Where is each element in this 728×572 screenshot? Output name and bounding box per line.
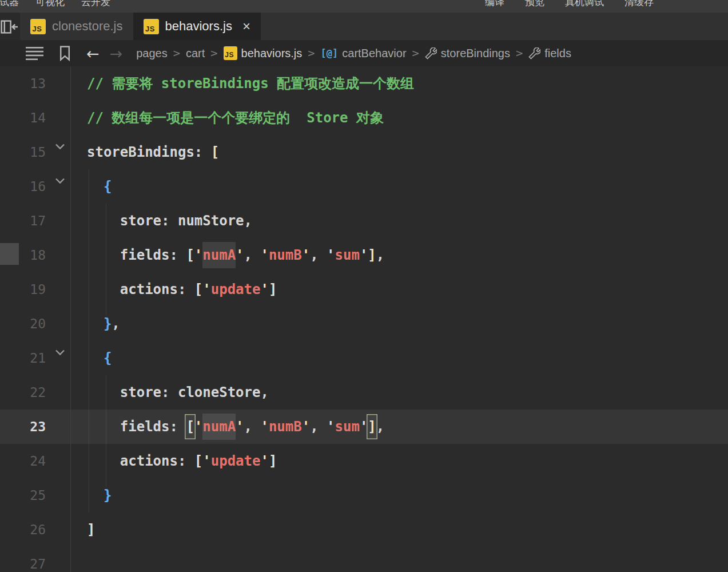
line-number: 16 (0, 169, 46, 204)
breadcrumb-item-pages[interactable]: pages (136, 47, 168, 60)
menu-item-right-1[interactable]: 预览 (525, 0, 544, 9)
fold-chevron-icon[interactable] (53, 346, 67, 359)
code-text: // 数组每一项是一个个要绑定的 Store 对象 (87, 101, 384, 135)
code-line-24[interactable]: 24 actions: ['update'] (0, 444, 728, 478)
breadcrumb-item-behaviors.js[interactable]: JSbehaviors.js (224, 46, 303, 60)
javascript-file-icon: JS (144, 19, 159, 34)
breadcrumb-label: pages (136, 47, 168, 60)
tab-behaviors.js[interactable]: JSbehaviors.js× (133, 13, 261, 40)
fold-chevron-icon[interactable] (53, 174, 67, 187)
code-line-16[interactable]: 16 { (0, 169, 728, 204)
breadcrumb-separator: > (412, 47, 420, 59)
ide-window: 调试器可视化云开发 编译预览真机调试清缓存 JSclonestore.jsJSb… (0, 0, 728, 572)
indent-guide (89, 169, 89, 513)
line-number: 24 (0, 444, 46, 478)
code-text: } (87, 478, 112, 513)
code-text: { (87, 169, 112, 204)
breadcrumb-label: cart (186, 47, 205, 60)
breadcrumb-separator: > (515, 47, 523, 59)
code-text: }, (87, 307, 120, 341)
code-text: actions: ['update'] (87, 272, 277, 307)
menu-item-left-2[interactable]: 云开发 (81, 0, 110, 9)
code-line-19[interactable]: 19 actions: ['update'] (0, 272, 728, 307)
line-number: 19 (0, 272, 46, 307)
code-text: // 需要将 storeBindings 配置项改造成一个数组 (87, 66, 414, 101)
navigate-forward-icon[interactable]: → (110, 46, 123, 61)
tab-label: clonestore.js (52, 19, 123, 34)
code-text: { (87, 341, 112, 375)
navigate-back-icon[interactable]: ← (86, 46, 100, 61)
line-number: 15 (0, 135, 46, 169)
tab-clonestore.js[interactable]: JSclonestore.js (20, 13, 133, 40)
wrench-icon (425, 47, 437, 59)
breadcrumb-item-cartBehavior[interactable]: [@]cartBehavior (321, 47, 407, 60)
code-line-25[interactable]: 25 } (0, 478, 728, 513)
code-line-17[interactable]: 17 store: numStore, (0, 204, 728, 238)
collapse-sidebar-button[interactable] (0, 13, 20, 40)
indent-guide (106, 375, 106, 487)
breadcrumb-label: fields (544, 47, 571, 60)
code-line-14[interactable]: 14// 数组每一项是一个个要绑定的 Store 对象 (0, 101, 728, 135)
breadcrumb-item-fields[interactable]: fields (528, 47, 571, 60)
code-line-26[interactable]: 26] (0, 513, 728, 547)
gutter-decoration (0, 243, 19, 265)
code-text: storeBindings: [ (87, 135, 219, 169)
menu-item-left-0[interactable]: 调试器 (0, 0, 19, 9)
line-number: 22 (0, 375, 46, 410)
wrench-icon (528, 47, 540, 59)
gutter-divider (70, 66, 71, 572)
line-number: 17 (0, 204, 46, 238)
menu-bar: 调试器可视化云开发 编译预览真机调试清缓存 (0, 0, 728, 13)
breadcrumb-item-storeBindings[interactable]: storeBindings (425, 47, 510, 60)
code-line-21[interactable]: 21 { (0, 341, 728, 375)
menu-item-left-1[interactable]: 可视化 (35, 0, 65, 9)
tabs-container: JSclonestore.jsJSbehaviors.js× (20, 13, 261, 40)
code-text: fields: ['numA', 'numB', 'sum'], (87, 238, 384, 272)
breadcrumb: pages>cart>JSbehaviors.js>[@]cartBehavio… (136, 46, 571, 60)
line-number: 27 (0, 547, 46, 572)
breadcrumb-bar: ← → pages>cart>JSbehaviors.js>[@]cartBeh… (0, 40, 728, 66)
menu-item-right-2[interactable]: 真机调试 (565, 0, 604, 9)
code-line-15[interactable]: 15storeBindings: [ (0, 135, 728, 169)
symbol-module-icon: [@] (321, 47, 339, 59)
outline-list-icon[interactable] (25, 46, 45, 61)
line-number: 25 (0, 478, 46, 513)
collapse-sidebar-icon (1, 20, 19, 34)
code-line-13[interactable]: 13// 需要将 storeBindings 配置项改造成一个数组 (0, 66, 728, 101)
breadcrumb-label: behaviors.js (241, 47, 303, 60)
close-tab-icon[interactable]: × (242, 19, 250, 33)
code-line-23[interactable]: 23 fields: ['numA', 'numB', 'sum'], (0, 410, 728, 444)
tab-bar: JSclonestore.jsJSbehaviors.js× (0, 13, 728, 40)
breadcrumb-separator: > (173, 47, 181, 59)
breadcrumb-item-cart[interactable]: cart (186, 47, 205, 60)
code-text: ] (87, 513, 95, 547)
breadcrumb-label: cartBehavior (342, 47, 406, 60)
code-line-22[interactable]: 22 store: cloneStore, (0, 375, 728, 410)
code-text: store: numStore, (87, 204, 252, 238)
line-number: 23 (0, 410, 46, 444)
code-editor[interactable]: 13// 需要将 storeBindings 配置项改造成一个数组14// 数组… (0, 66, 728, 572)
code-text: actions: ['update'] (87, 444, 277, 478)
code-text: fields: ['numA', 'numB', 'sum'], (87, 410, 384, 444)
menu-right-group: 编译预览真机调试清缓存 (485, 0, 654, 9)
line-number: 21 (0, 341, 46, 375)
breadcrumb-separator: > (210, 47, 218, 59)
javascript-file-icon: JS (224, 46, 237, 60)
bookmark-icon[interactable] (58, 45, 71, 61)
line-number: 20 (0, 307, 46, 341)
code-line-27[interactable]: 27 (0, 547, 728, 572)
fold-chevron-icon[interactable] (53, 140, 67, 153)
code-text: store: cloneStore, (87, 375, 269, 410)
breadcrumb-separator: > (307, 47, 315, 59)
indent-guide (106, 204, 106, 315)
menu-item-right-0[interactable]: 编译 (485, 0, 504, 9)
menu-item-right-3[interactable]: 清缓存 (624, 0, 654, 9)
javascript-file-icon: JS (30, 19, 46, 34)
menu-left-group: 调试器可视化云开发 (0, 0, 110, 9)
line-number: 26 (0, 513, 46, 547)
line-number: 13 (0, 66, 46, 101)
line-number: 14 (0, 101, 46, 135)
code-line-20[interactable]: 20 }, (0, 307, 728, 341)
breadcrumb-label: storeBindings (441, 47, 510, 60)
code-line-18[interactable]: 18 fields: ['numA', 'numB', 'sum'], (0, 238, 728, 272)
